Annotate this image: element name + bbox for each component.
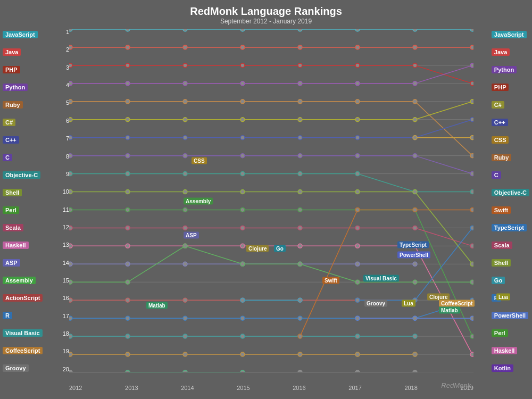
svg-point-63 (240, 118, 245, 122)
svg-point-84 (413, 136, 417, 140)
svg-point-48 (298, 81, 302, 86)
svg-point-22 (183, 29, 187, 31)
svg-point-91 (355, 172, 360, 176)
svg-point-167 (298, 352, 302, 356)
svg-point-127 (126, 262, 130, 266)
left-language-labels: JavaScriptJavaPHPPythonRubyC#C++CObjecti… (3, 29, 43, 372)
svg-point-43 (470, 81, 473, 86)
left-lang-php: PHP (3, 64, 43, 74)
x-year-label: 2014 (181, 385, 194, 391)
svg-point-81 (355, 154, 360, 158)
svg-point-86 (69, 172, 72, 176)
y-rank-label: 3 (59, 65, 69, 71)
x-year-label: 2018 (404, 385, 417, 391)
svg-point-150 (183, 316, 187, 320)
floating-label-clojure: Clojure (246, 245, 269, 252)
svg-point-115 (355, 226, 360, 230)
svg-point-59 (470, 154, 473, 158)
svg-point-25 (355, 29, 360, 31)
svg-point-121 (240, 244, 245, 248)
svg-point-34 (413, 45, 417, 49)
right-lang-go: Go (492, 275, 529, 285)
svg-point-28 (69, 45, 72, 49)
svg-point-138 (355, 280, 360, 284)
left-lang-perl: Perl (3, 205, 43, 214)
left-lang-javascript: JavaScript (3, 29, 43, 39)
right-lang-typescript: TypeScript (492, 222, 529, 232)
svg-point-31 (240, 45, 245, 49)
svg-point-106 (298, 207, 302, 212)
svg-point-93 (470, 190, 473, 194)
left-lang-c#: C# (3, 117, 43, 127)
svg-point-41 (355, 63, 360, 68)
x-year-label: 2017 (348, 385, 361, 391)
y-rank-label: 13 (59, 242, 69, 248)
svg-point-85 (470, 136, 473, 140)
svg-point-51 (470, 63, 473, 68)
svg-point-47 (240, 81, 245, 86)
y-axis-labels: 1234567891011121314151617181920 (59, 29, 69, 372)
left-lang-asp: ASP (3, 257, 43, 267)
svg-point-181 (413, 316, 417, 320)
svg-point-162 (413, 334, 417, 338)
svg-point-159 (240, 334, 245, 338)
svg-point-113 (240, 226, 245, 230)
svg-point-44 (69, 81, 72, 86)
y-rank-label: 6 (59, 118, 69, 124)
left-lang-objective-c: Objective-C (3, 170, 43, 179)
svg-point-66 (413, 118, 417, 122)
y-rank-label: 5 (59, 100, 69, 106)
svg-point-135 (183, 244, 187, 248)
svg-point-23 (240, 29, 245, 31)
y-rank-label: 1 (59, 29, 69, 35)
svg-point-170 (69, 370, 72, 372)
floating-label-assembly: Assembly (184, 198, 213, 205)
left-lang-groovy: Groovy (3, 363, 43, 372)
svg-point-109 (470, 334, 473, 338)
svg-point-158 (183, 334, 187, 338)
svg-point-87 (126, 172, 130, 176)
left-lang-ruby: Ruby (3, 99, 43, 109)
x-year-label: 2013 (125, 385, 138, 391)
svg-point-95 (126, 190, 130, 194)
svg-point-193 (240, 370, 245, 372)
floating-label-lua: Lua (496, 294, 510, 301)
right-lang-javascript: JavaScript (492, 29, 529, 39)
y-rank-label: 12 (59, 225, 69, 230)
svg-point-123 (355, 244, 360, 248)
svg-point-104 (183, 207, 187, 212)
svg-point-73 (355, 136, 360, 140)
svg-point-101 (470, 262, 473, 266)
y-rank-label: 19 (59, 348, 69, 354)
svg-point-117 (470, 244, 473, 248)
left-lang-scala: Scala (3, 222, 43, 232)
left-lang-python: Python (3, 82, 43, 92)
left-lang-c++: C++ (3, 135, 43, 144)
svg-point-166 (240, 352, 245, 356)
svg-point-64 (298, 118, 302, 122)
svg-point-29 (126, 45, 130, 49)
floating-label-go: Go (274, 245, 286, 252)
svg-point-55 (240, 99, 245, 104)
right-lang-css: CSS (492, 135, 529, 144)
svg-point-38 (183, 63, 187, 68)
svg-point-83 (470, 172, 473, 176)
svg-point-133 (69, 280, 72, 284)
y-rank-label: 4 (59, 82, 69, 88)
svg-point-180 (355, 316, 360, 320)
svg-point-39 (240, 63, 245, 68)
svg-point-78 (183, 154, 187, 158)
svg-point-21 (126, 29, 130, 31)
chart-container: RedMonk Language Rankings September 2012… (0, 0, 532, 399)
svg-point-61 (126, 118, 130, 122)
left-lang-coffeescript: CoffeeScript (3, 345, 43, 355)
y-rank-label: 7 (59, 136, 69, 142)
svg-point-134 (126, 280, 130, 284)
x-year-label: 2012 (69, 385, 82, 391)
svg-point-137 (298, 262, 302, 266)
svg-point-89 (240, 172, 245, 176)
svg-point-191 (126, 370, 130, 372)
right-lang-powershell: PowerShell (492, 310, 529, 320)
svg-point-152 (298, 316, 302, 320)
right-lang-c++: C++ (492, 117, 529, 127)
